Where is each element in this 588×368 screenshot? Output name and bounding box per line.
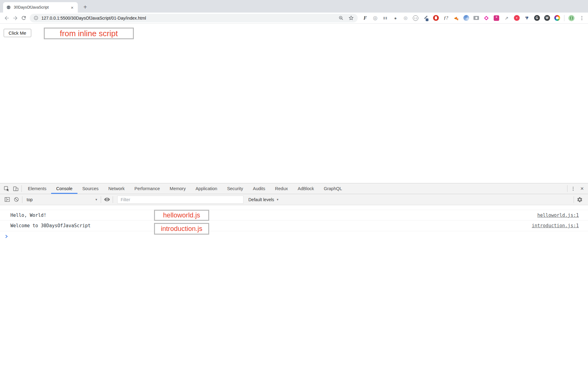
console-filter-input[interactable] — [117, 196, 243, 204]
console-source-link[interactable]: helloworld.js:1 — [537, 213, 579, 218]
pocket-icon[interactable]: ▼ — [514, 15, 520, 21]
tab-title: 30DaysOfJavaScript — [14, 5, 70, 10]
braces-circle-icon[interactable]: {..} — [413, 15, 419, 21]
forward-icon[interactable] — [11, 14, 20, 22]
devtools-tab-performance[interactable]: Performance — [130, 183, 165, 194]
devtools-tab-redux[interactable]: Redux — [270, 183, 293, 194]
new-tab-button[interactable]: + — [81, 3, 89, 12]
devtools-tab-graphql[interactable]: GraphQL — [319, 183, 347, 194]
back-icon[interactable] — [2, 14, 11, 22]
tab-close-icon[interactable]: × — [70, 5, 75, 10]
live-expression-eye-icon[interactable] — [102, 195, 111, 204]
json-braces-icon[interactable]: { } — [568, 15, 575, 21]
console-settings-gear-icon[interactable] — [575, 195, 584, 204]
columns-icon[interactable]: ▮▮ — [382, 15, 388, 21]
javascript-context-select[interactable]: top ▼ — [27, 197, 98, 202]
separator — [113, 196, 113, 203]
devtools-more-icon[interactable] — [569, 184, 578, 193]
devtools-tab-console[interactable]: Console — [51, 183, 77, 194]
zoom-magnifier-icon[interactable] — [338, 15, 344, 21]
web-page: Click Me from inline script — [0, 24, 588, 183]
page-info-icon[interactable] — [33, 15, 39, 21]
g-circle-icon[interactable]: G — [534, 15, 540, 21]
devtools-tab-audits[interactable]: Audits — [248, 183, 270, 194]
camera-icon[interactable] — [473, 15, 479, 21]
context-value: top — [27, 197, 32, 202]
globe-favicon — [6, 5, 11, 10]
console-source-link[interactable]: introduction.js:1 — [532, 223, 579, 228]
stop-hand-icon[interactable] — [433, 15, 439, 21]
prompt-chevron-icon — [4, 234, 9, 239]
corner-arrow-icon[interactable]: ↗ — [503, 15, 510, 21]
separator — [101, 196, 101, 203]
console-message-text: Welcome to 30DaysOfJavaScript — [10, 223, 91, 228]
devtools-tab-security[interactable]: Security — [222, 183, 248, 194]
clear-console-icon[interactable] — [12, 195, 21, 204]
browser-toolbar: 127.0.0.1:5500/30DaysOfJavaScript/01-Day… — [0, 13, 588, 24]
annotation-helloworld: helloworld.js — [154, 210, 209, 221]
separator — [567, 185, 567, 192]
devtools-tab-memory[interactable]: Memory — [165, 183, 190, 194]
console-messages: Hello, World! helloworld.js:1 Welcome to… — [0, 205, 588, 242]
annotation-inline-script: from inline script — [44, 28, 134, 39]
refresh-icon[interactable] — [20, 14, 28, 22]
click-me-button[interactable]: Click Me — [4, 29, 31, 37]
wappalyzer-icon[interactable]: W — [544, 15, 550, 21]
script-f-icon[interactable]: F — [362, 15, 368, 21]
function-question-icon[interactable]: ƒ? — [443, 15, 449, 21]
separator — [574, 196, 574, 203]
log-levels-select[interactable]: Default levels ▼ — [248, 197, 279, 202]
extensions-bar: F ◎ ▮▮ ● ⊛ {..} ƒ? ◀ * ↗ ▼ ♥ G W { } — [362, 15, 575, 21]
devtools-tab-elements[interactable]: Elements — [23, 183, 51, 194]
console-sidebar-icon[interactable] — [2, 195, 12, 204]
inspect-element-icon[interactable] — [2, 184, 11, 193]
annotation-introduction: introduction.js — [154, 223, 209, 235]
chevron-down-icon: ▼ — [276, 198, 279, 201]
devtools-tab-sources[interactable]: Sources — [77, 183, 104, 194]
orbit-icon[interactable]: ◎ — [372, 15, 378, 21]
bookmark-star-icon[interactable] — [348, 15, 354, 21]
chrome-menu-icon[interactable] — [578, 15, 586, 21]
devtools-tab-network[interactable]: Network — [104, 183, 130, 194]
console-row: Welcome to 30DaysOfJavaScript introducti… — [0, 220, 588, 231]
devtools-panel: Elements Console Sources Network Perform… — [0, 183, 588, 368]
devtools-close-icon[interactable]: × — [578, 185, 588, 192]
levels-value: Default levels — [248, 197, 274, 202]
devtools-tab-bar: Elements Console Sources Network Perform… — [0, 183, 588, 194]
pink-atom-square-icon[interactable]: * — [493, 15, 499, 21]
chevron-down-icon: ▼ — [95, 198, 98, 201]
devtools-tab-application[interactable]: Application — [190, 183, 222, 194]
graphql-icon[interactable] — [483, 15, 489, 21]
device-toolbar-icon[interactable] — [11, 184, 20, 193]
console-message-text: Hello, World! — [10, 213, 46, 218]
url-text[interactable]: 127.0.0.1:5500/30DaysOfJavaScript/01-Day… — [41, 16, 334, 21]
tab-strip: 30DaysOfJavaScript × + — [0, 0, 588, 13]
browser-tab[interactable]: 30DaysOfJavaScript × — [3, 2, 78, 13]
console-row: Hello, World! helloworld.js:1 — [0, 210, 588, 220]
console-prompt[interactable] — [0, 231, 588, 242]
address-bar[interactable]: 127.0.0.1:5500/30DaysOfJavaScript/01-Day… — [30, 14, 358, 22]
extensions-separator — [564, 15, 564, 21]
react-icon[interactable]: ⊛ — [402, 15, 409, 21]
separator — [22, 196, 22, 203]
devtools-tab-adblock[interactable]: AdBlock — [293, 183, 319, 194]
heart-search-icon[interactable]: ♥ — [524, 15, 530, 21]
separator — [21, 185, 22, 192]
eyedropper-icon[interactable] — [423, 15, 429, 21]
color-wheel-icon[interactable] — [554, 15, 560, 21]
swirl-icon[interactable] — [463, 15, 469, 21]
bug-icon[interactable]: ● — [392, 15, 398, 21]
megaphone-icon[interactable]: ◀ — [453, 15, 459, 21]
console-toolbar: top ▼ Default levels ▼ — [0, 194, 588, 205]
